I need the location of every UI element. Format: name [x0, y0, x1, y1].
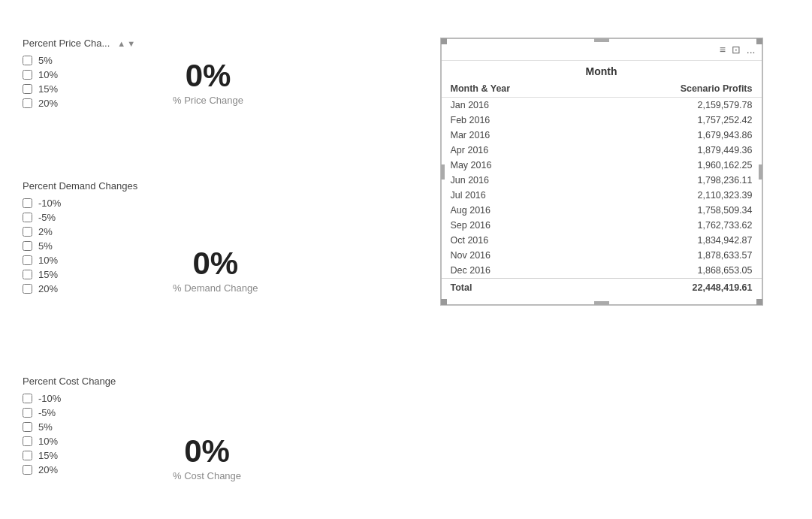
more-options-icon[interactable]: ... [747, 44, 756, 56]
widget-title: Month [442, 61, 762, 80]
price-title-label: Percent Price Cha... [23, 38, 110, 49]
table-row: Sep 20161,762,733.62 [442, 218, 762, 233]
price-section: Percent Price Cha... ▲ ▼ 5% 10% 15% [23, 38, 135, 109]
main-container: Percent Price Cha... ▲ ▼ 5% 10% 15% [0, 0, 812, 519]
table-total-row: Total22,448,419.61 [442, 279, 762, 296]
demand-option-5[interactable]: 15% [23, 269, 137, 280]
cell-profit-8: 1,762,733.62 [590, 218, 761, 233]
demand-option-2[interactable]: 2% [23, 226, 137, 237]
demand-checkbox-6[interactable] [23, 284, 32, 294]
cost-section: Percent Cost Change -10% -5% 5% 10% [23, 376, 116, 475]
widget-body: Month Month & Year Scenario Profits Jan … [442, 61, 762, 304]
widget-header: ≡ ⊡ ... [442, 39, 762, 61]
cost-option-5[interactable]: 20% [23, 464, 116, 475]
price-sort-icons: ▲ ▼ [117, 39, 135, 48]
cost-option-1[interactable]: -5% [23, 407, 116, 418]
cost-checkbox-list: -10% -5% 5% 10% 15% [23, 393, 116, 475]
total-label: Total [442, 279, 590, 296]
price-filter-title: Percent Price Cha... ▲ ▼ [23, 38, 135, 49]
col-month-header: Month & Year [442, 80, 590, 98]
demand-option-4[interactable]: 10% [23, 255, 137, 266]
cost-filter-title: Percent Cost Change [23, 376, 116, 387]
resize-handle-tl[interactable] [441, 38, 447, 44]
table-row: Aug 20161,758,509.34 [442, 203, 762, 218]
scenario-table: Month & Year Scenario Profits Jan 20162,… [442, 80, 762, 295]
table-row: Nov 20161,878,633.57 [442, 248, 762, 263]
cell-month-11: Dec 2016 [442, 263, 590, 279]
resize-handle-top[interactable] [594, 38, 609, 42]
demand-option-0[interactable]: -10% [23, 198, 137, 209]
demand-checkbox-0[interactable] [23, 198, 32, 208]
cell-month-0: Jan 2016 [442, 98, 590, 113]
demand-checkbox-list: -10% -5% 2% 5% 10% [23, 198, 137, 294]
resize-handle-tr[interactable] [756, 38, 762, 44]
demand-checkbox-1[interactable] [23, 213, 32, 222]
price-change-display: 0% % Price Change [173, 60, 243, 106]
cell-profit-0: 2,159,579.78 [590, 98, 761, 113]
table-row: Feb 20161,757,252.42 [442, 113, 762, 128]
cost-option-3[interactable]: 10% [23, 436, 116, 447]
demand-checkbox-3[interactable] [23, 241, 32, 251]
price-sort-down-icon[interactable]: ▼ [127, 39, 135, 48]
price-big-label: % Price Change [173, 95, 243, 106]
cell-month-8: Sep 2016 [442, 218, 590, 233]
cell-month-10: Nov 2016 [442, 248, 590, 263]
table-body: Jan 20162,159,579.78Feb 20161,757,252.42… [442, 98, 762, 296]
cell-profit-1: 1,757,252.42 [590, 113, 761, 128]
price-big-value: 0% [173, 60, 243, 92]
resize-handle-bl[interactable] [441, 299, 447, 305]
cost-option-2[interactable]: 5% [23, 421, 116, 433]
cell-month-3: Apr 2016 [442, 143, 590, 158]
cell-month-2: Mar 2016 [442, 128, 590, 143]
cost-big-value: 0% [173, 436, 241, 467]
price-checkbox-1[interactable] [23, 70, 32, 80]
cost-big-label: % Cost Change [173, 470, 241, 481]
demand-checkbox-4[interactable] [23, 255, 32, 265]
price-option-1[interactable]: 10% [23, 69, 135, 80]
resize-handle-br[interactable] [756, 299, 762, 305]
price-checkbox-3[interactable] [23, 98, 32, 108]
price-option-0[interactable]: 5% [23, 55, 135, 66]
cost-checkbox-0[interactable] [23, 394, 32, 403]
cost-option-0[interactable]: -10% [23, 393, 116, 404]
right-panel: ≡ ⊡ ... Month Month & Year Scenario Prof… [413, 15, 789, 504]
cell-month-9: Oct 2016 [442, 233, 590, 248]
demand-option-1[interactable]: -5% [23, 212, 137, 223]
cost-checkbox-4[interactable] [23, 451, 32, 460]
cell-profit-5: 1,798,236.11 [590, 173, 761, 188]
demand-big-label: % Demand Change [173, 282, 258, 294]
demand-option-3[interactable]: 5% [23, 240, 137, 252]
cell-month-4: May 2016 [442, 158, 590, 173]
cell-month-6: Jul 2016 [442, 188, 590, 203]
resize-handle-right[interactable] [759, 164, 762, 180]
expand-icon[interactable]: ⊡ [732, 44, 741, 56]
table-row: Mar 20161,679,943.86 [442, 128, 762, 143]
cell-month-1: Feb 2016 [442, 113, 590, 128]
cost-checkbox-5[interactable] [23, 465, 32, 475]
left-panel: Percent Price Cha... ▲ ▼ 5% 10% 15% [23, 15, 413, 504]
cost-option-4[interactable]: 15% [23, 450, 116, 461]
demand-filter-title: Percent Demand Changes [23, 180, 137, 192]
cost-checkbox-2[interactable] [23, 422, 32, 432]
price-sort-up-icon[interactable]: ▲ [117, 39, 125, 48]
demand-change-display: 0% % Demand Change [173, 248, 258, 294]
price-checkbox-2[interactable] [23, 84, 32, 94]
resize-handle-left[interactable] [441, 164, 445, 180]
table-row: Dec 20161,868,653.05 [442, 263, 762, 279]
table-row: Jan 20162,159,579.78 [442, 98, 762, 113]
price-checkbox-list: 5% 10% 15% 20% [23, 55, 135, 109]
demand-option-6[interactable]: 20% [23, 283, 137, 294]
demand-checkbox-5[interactable] [23, 270, 32, 279]
table-row: May 20161,960,162.25 [442, 158, 762, 173]
demand-checkbox-2[interactable] [23, 227, 32, 237]
cell-profit-6: 2,110,323.39 [590, 188, 761, 203]
cost-checkbox-3[interactable] [23, 436, 32, 446]
resize-handle-bottom[interactable] [594, 301, 609, 305]
price-checkbox-0[interactable] [23, 56, 32, 65]
menu-icon[interactable]: ≡ [720, 44, 726, 56]
cell-profit-7: 1,758,509.34 [590, 203, 761, 218]
cost-checkbox-1[interactable] [23, 408, 32, 418]
price-option-3[interactable]: 20% [23, 98, 135, 109]
cost-title-label: Percent Cost Change [23, 376, 116, 387]
price-option-2[interactable]: 15% [23, 83, 135, 95]
